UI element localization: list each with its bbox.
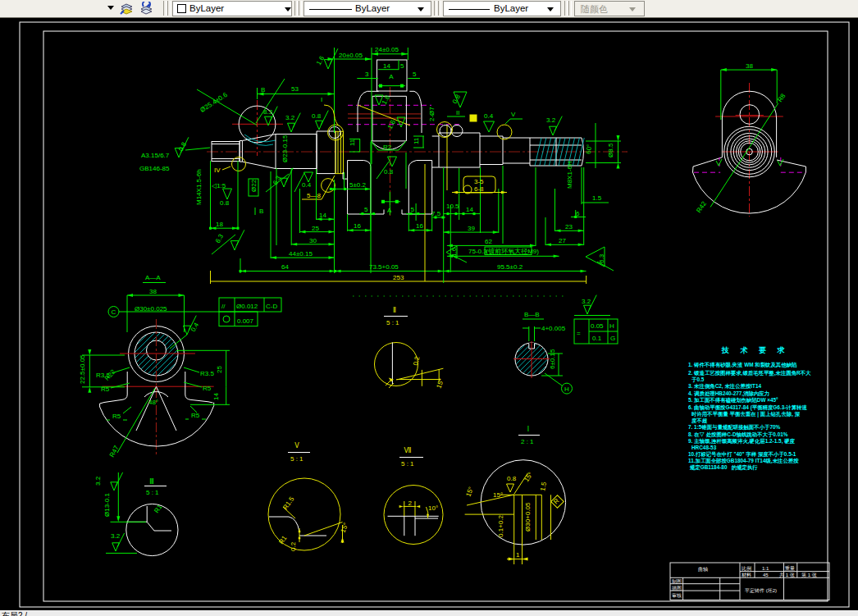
svg-text:5 : 1: 5 : 1 [290, 455, 303, 463]
svg-text:22.5±0.05: 22.5±0.05 [79, 354, 86, 384]
svg-text:0.4: 0.4 [302, 181, 312, 189]
svg-text:II: II [456, 109, 459, 116]
svg-text:27: 27 [559, 237, 566, 244]
svg-text:3. 未注倒角C2, 未注公差按IT14: 3. 未注倒角C2, 未注公差按IT14 [688, 383, 762, 390]
svg-text:5: 5 [364, 206, 368, 213]
svg-text:R3.5: R3.5 [200, 370, 214, 377]
svg-text:15°: 15° [464, 486, 475, 497]
svg-text:3.2: 3.2 [285, 114, 295, 121]
svg-text:2. 锻造工艺按图样要求,锻后毛坯平整,未注圆角R不大: 2. 锻造工艺按图样要求,锻后毛坯平整,未注圆角R不大 [688, 370, 811, 376]
svg-text:253: 253 [393, 274, 404, 281]
svg-text:73.5+0.05: 73.5+0.05 [369, 263, 399, 271]
svg-text:I: I [321, 96, 322, 103]
svg-text:38: 38 [746, 62, 753, 70]
svg-text:HRC48-53: HRC48-53 [691, 445, 717, 450]
svg-text:0.05: 0.05 [591, 322, 604, 330]
svg-text:0.1+0.2: 0.1+0.2 [497, 515, 504, 537]
svg-text:R1: R1 [277, 534, 289, 545]
svg-text:Ø13-0.1: Ø13-0.1 [103, 493, 111, 517]
svg-text:G: G [610, 335, 615, 342]
svg-text:时许用不平衡量 平衡去重在 | 面上钻孔去除, 深: 时许用不平衡量 平衡去重在 | 面上钻孔去除, 深 [691, 411, 801, 418]
svg-text:2 : 1: 2 : 1 [521, 438, 534, 445]
svg-text:15°: 15° [523, 471, 534, 483]
svg-text:0.8: 0.8 [507, 475, 517, 482]
svg-text:A: A [389, 73, 394, 80]
svg-text:5: 5 [411, 206, 415, 213]
svg-text:11: 11 [349, 139, 356, 146]
svg-text:R22: R22 [103, 367, 117, 381]
svg-text:5 : 1: 5 : 1 [146, 489, 159, 496]
svg-text:第 1 张: 第 1 张 [801, 573, 817, 578]
svg-text:3.2: 3.2 [582, 298, 591, 305]
svg-text:Ⅴ: Ⅴ [294, 442, 299, 449]
svg-text:1:1: 1:1 [762, 566, 769, 571]
svg-text:25: 25 [312, 225, 319, 232]
svg-text:14: 14 [319, 212, 326, 219]
svg-text:0.4: 0.4 [189, 321, 201, 333]
svg-text:Ø30±0.025: Ø30±0.025 [135, 305, 167, 313]
svg-text:重量: 重量 [784, 565, 795, 571]
svg-text:A3.15/6.7: A3.15/6.7 [141, 152, 170, 159]
svg-text:C-D: C-D [266, 303, 277, 310]
svg-text:0.007: 0.007 [237, 317, 254, 325]
svg-text:16: 16 [354, 222, 361, 230]
svg-text:60°: 60° [585, 144, 593, 154]
svg-text:Ø0.012: Ø0.012 [236, 303, 258, 310]
svg-text:R5: R5 [203, 385, 212, 392]
svg-text:于0.5: 于0.5 [691, 376, 705, 383]
svg-text:1. 铸件不得有砂眼.夹渣 WM 和裂纹及其他缺陷: 1. 铸件不得有砂眼.夹渣 WM 和裂纹及其他缺陷 [688, 362, 797, 368]
svg-text:=: = [577, 330, 581, 337]
svg-text:Ø25.4±0.6: Ø25.4±0.6 [199, 91, 230, 114]
svg-text:0.2: 0.2 [412, 355, 421, 366]
svg-text:4. 调质处理HB240-277,消除内应力: 4. 调质处理HB240-277,消除内应力 [688, 390, 769, 397]
svg-text:H: H [564, 386, 569, 393]
svg-text:2: 2 [408, 500, 413, 507]
svg-text:5—8: 5—8 [307, 192, 321, 199]
svg-text:8. 在▽ 处按图样C-D轴线跳动不大于0.01%: 8. 在▽ 处按图样C-D轴线跳动不大于0.01% [688, 431, 788, 438]
svg-text:曲轴: 曲轴 [698, 567, 708, 573]
svg-text:10.5: 10.5 [446, 203, 459, 210]
svg-text:C: C [112, 308, 116, 316]
svg-text:11.加工面全部按GB1804-79 IT14级,未注公差按: 11.加工面全部按GB1804-79 IT14级,未注公差按 [688, 458, 799, 464]
svg-text:M14X1.5-6h: M14X1.5-6h [195, 169, 203, 205]
svg-text:R1.5: R1.5 [281, 495, 295, 511]
svg-text:0.8: 0.8 [384, 168, 394, 176]
svg-text:Ø22: Ø22 [250, 179, 258, 192]
svg-text:Ⅶ: Ⅶ [404, 447, 412, 454]
svg-text:比例: 比例 [742, 566, 751, 572]
svg-text:62: 62 [485, 238, 492, 245]
svg-text:23: 23 [565, 223, 573, 230]
svg-text:(镀前环氧大径M9): (镀前环氧大径M9) [486, 248, 540, 255]
svg-text:5 : 1: 5 : 1 [386, 319, 399, 326]
svg-text:14: 14 [466, 206, 473, 213]
svg-text:53: 53 [291, 85, 299, 93]
svg-text:48°: 48° [148, 399, 158, 406]
svg-text:审核: 审核 [672, 592, 682, 598]
svg-text:6.3: 6.3 [598, 253, 605, 263]
svg-text:15°: 15° [340, 522, 350, 534]
svg-text:6.3: 6.3 [214, 232, 226, 244]
svg-text:3: 3 [365, 71, 369, 78]
svg-text://: // [221, 303, 226, 310]
svg-text:0.2: 0.2 [290, 541, 297, 551]
svg-text:0.8: 0.8 [451, 93, 462, 105]
svg-text:5: 5 [400, 62, 404, 70]
svg-text:3.2: 3.2 [546, 116, 556, 124]
svg-text:共 1 张: 共 1 张 [779, 573, 795, 578]
svg-text:95.5±0.2: 95.5±0.2 [497, 263, 523, 271]
svg-text:5 : 1: 5 : 1 [401, 460, 414, 468]
svg-text:描图: 描图 [672, 586, 682, 591]
svg-text:平定铸件 (坯2): 平定铸件 (坯2) [745, 587, 777, 594]
svg-text:1: 1 [516, 551, 520, 559]
svg-text:B—B: B—B [524, 311, 540, 318]
svg-text:11: 11 [413, 137, 420, 144]
svg-text:30: 30 [309, 237, 317, 244]
svg-text:5. 加工面不得有磕碰划伤缺陷DW ×45°: 5. 加工面不得有磕碰划伤缺陷DW ×45° [688, 397, 778, 404]
svg-text:GB146-85: GB146-85 [139, 165, 170, 172]
svg-text:V: V [511, 111, 516, 118]
svg-text:1.6: 1.6 [450, 247, 458, 257]
svg-text:14: 14 [383, 62, 390, 70]
svg-text:R1: R1 [153, 503, 164, 514]
svg-text:24±0.05: 24±0.05 [375, 46, 399, 53]
svg-text:R5: R5 [191, 412, 200, 419]
